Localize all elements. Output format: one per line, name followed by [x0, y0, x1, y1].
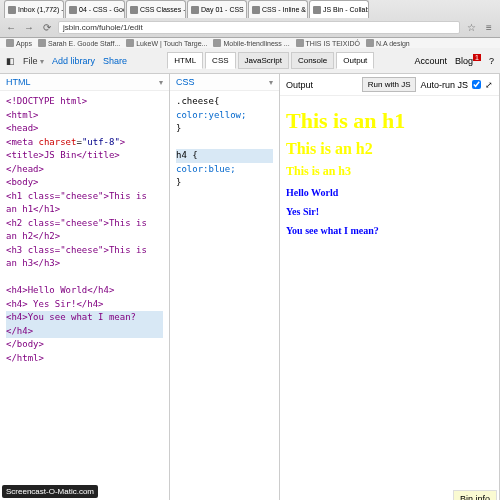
tab-html[interactable]: HTML — [167, 52, 203, 69]
reload-icon[interactable]: ⟳ — [40, 20, 54, 34]
html-editor[interactable]: <!DOCTYPE html> <html> <head> <meta char… — [0, 91, 169, 369]
bin-info-button[interactable]: Bin info — [453, 490, 497, 500]
output-h4: You see what I mean? — [286, 225, 493, 236]
forward-icon[interactable]: → — [22, 20, 36, 34]
output-h4: Yes Sir! — [286, 206, 493, 217]
autorun-checkbox[interactable] — [472, 80, 481, 89]
bookmark[interactable]: LukeW | Touch Targe... — [126, 39, 207, 47]
output-h2: This is an h2 — [286, 140, 493, 158]
panel-tabs: HTML CSS JavaScript Console Output — [167, 52, 374, 69]
css-panel-header[interactable]: CSS ▾ — [170, 74, 279, 91]
bookmark[interactable]: THIS IS TEIXIDÓ — [296, 39, 360, 47]
tab-css[interactable]: CSS — [205, 52, 235, 69]
address-bar-row: ← → ⟳ jsbin.com/fuhole/1/edit ☆ ≡ — [0, 18, 500, 36]
bookmarks-bar: Apps Sarah E. Goode Staff... LukeW | Tou… — [0, 38, 500, 48]
output-panel: Output Run with JS Auto-run JS ⤢ This is… — [280, 74, 500, 500]
blog-link[interactable]: Blog1 — [455, 56, 481, 66]
add-library-link[interactable]: Add library — [52, 56, 95, 66]
tab-javascript[interactable]: JavaScript — [238, 52, 289, 69]
output-title: Output — [286, 80, 313, 90]
star-icon[interactable]: ☆ — [464, 20, 478, 34]
help-icon[interactable]: ? — [489, 56, 494, 66]
browser-tab[interactable]: Day 01 - CSS - External, In — [187, 0, 247, 18]
output-h3: This is an h3 — [286, 164, 493, 179]
browser-tab-active[interactable]: JS Bin - Collaborative Jav — [309, 0, 369, 18]
jsbin-toolbar: ◧ File ▾ Add library Share HTML CSS Java… — [0, 48, 500, 74]
browser-tabs: Inbox (1,772) - ejbemgen 04 - CSS - Goog… — [0, 0, 500, 18]
output-h4: Hello World — [286, 187, 493, 198]
back-icon[interactable]: ← — [4, 20, 18, 34]
bookmark[interactable]: Sarah E. Goode Staff... — [38, 39, 120, 47]
share-link[interactable]: Share — [103, 56, 127, 66]
output-h1: This is an h1 — [286, 108, 493, 134]
bookmark[interactable]: Mobile-friendliness ... — [213, 39, 289, 47]
output-panel-header: Output Run with JS Auto-run JS ⤢ — [280, 74, 499, 96]
run-with-js-button[interactable]: Run with JS — [362, 77, 417, 92]
html-panel-header[interactable]: HTML ▾ — [0, 74, 169, 91]
bookmark[interactable]: Apps — [6, 39, 32, 47]
account-link[interactable]: Account — [415, 56, 448, 66]
popout-icon[interactable]: ⤢ — [485, 80, 493, 90]
browser-tab[interactable]: CSS Classes - Google Do — [126, 0, 186, 18]
browser-tab[interactable]: Inbox (1,772) - ejbemgen — [4, 0, 64, 18]
autorun-label: Auto-run JS — [420, 80, 468, 90]
browser-chrome: Inbox (1,772) - ejbemgen 04 - CSS - Goog… — [0, 0, 500, 38]
html-panel: HTML ▾ <!DOCTYPE html> <html> <head> <me… — [0, 74, 170, 500]
jsbin-logo-icon[interactable]: ◧ — [6, 56, 15, 66]
output-body: This is an h1 This is an h2 This is an h… — [280, 96, 499, 250]
address-bar[interactable]: jsbin.com/fuhole/1/edit — [58, 21, 460, 34]
tab-output[interactable]: Output — [336, 52, 374, 69]
css-panel: CSS ▾ .cheese{ color:yellow; } h4 { colo… — [170, 74, 280, 500]
browser-tab[interactable]: CSS - Inline & Block Leve — [248, 0, 308, 18]
menu-icon[interactable]: ≡ — [482, 20, 496, 34]
browser-tab[interactable]: 04 - CSS - Google Drive — [65, 0, 125, 18]
file-menu[interactable]: File ▾ — [23, 56, 44, 66]
editor-panels: HTML ▾ <!DOCTYPE html> <html> <head> <me… — [0, 74, 500, 500]
screencast-watermark: Screencast-O-Matic.com — [2, 485, 98, 498]
css-editor[interactable]: .cheese{ color:yellow; } h4 { color:blue… — [170, 91, 279, 194]
bookmark[interactable]: N.A design — [366, 39, 410, 47]
tab-console[interactable]: Console — [291, 52, 334, 69]
